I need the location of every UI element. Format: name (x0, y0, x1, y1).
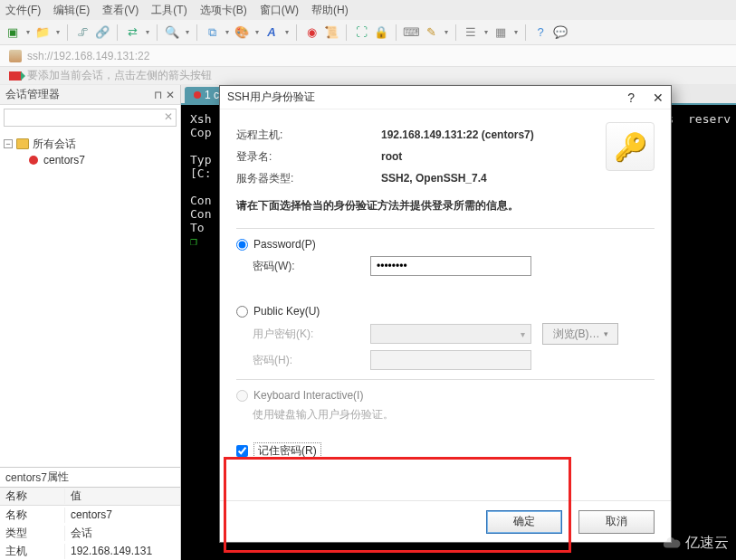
auth-publickey-label: Public Key(U) (253, 305, 320, 318)
properties-session-name: centors7 (5, 471, 47, 484)
highlight-icon[interactable]: ✎ (424, 25, 438, 40)
menu-view[interactable]: 查看(V) (102, 3, 139, 18)
fullscreen-icon[interactable]: ⛶ (354, 25, 368, 40)
passphrase-input (370, 350, 531, 370)
tile-icon[interactable]: ▦ (493, 25, 508, 40)
search-icon[interactable]: 🔍 (165, 25, 179, 40)
palette-icon[interactable]: 🎨 (234, 25, 249, 40)
dialog-help-icon[interactable]: ? (627, 90, 635, 105)
users-key-icon: 🔑 (606, 122, 655, 171)
menu-bar: 文件(F) 编辑(E) 查看(V) 工具(T) 选项卡(B) 窗口(W) 帮助(… (0, 0, 736, 20)
property-key: 主机 (0, 544, 65, 559)
password-input[interactable] (370, 256, 531, 276)
instruction-text: 请在下面选择恰当的身份验证方法并提供登录所需的信息。 (236, 198, 655, 214)
list-icon[interactable]: ☰ (464, 25, 478, 40)
clear-filter-icon[interactable]: ✕ (164, 110, 173, 123)
pin-icon[interactable]: ⊓ (154, 89, 162, 101)
property-value: centors7 (65, 508, 180, 521)
flag-icon (9, 71, 22, 81)
server-type-value: SSH2, OpenSSH_7.4 (381, 172, 487, 185)
lock-icon[interactable]: 🔒 (374, 25, 388, 40)
chat-icon[interactable]: 💬 (553, 25, 568, 40)
dialog-title: SSH用户身份验证 (227, 90, 315, 105)
toolbar: ▣▾ 📁▾ 🖇 🔗 ⇄▾ 🔍▾ ⧉▾ 🎨▾ A▾ ◉ 📜 ⛶ 🔒 ⌨ ✎▾ ☰▾… (0, 20, 736, 45)
session-dot-icon (194, 91, 201, 99)
tree-root-row[interactable]: − 所有会话 (4, 136, 177, 152)
remote-host-value: 192.168.149.131:22 (centors7) (381, 128, 534, 141)
dialog-close-icon[interactable]: ✕ (653, 90, 664, 105)
properties-header: centors7属性 (0, 467, 180, 487)
remote-host-label: 远程主机: (236, 128, 381, 143)
auth-password-label: Password(P) (253, 238, 316, 251)
menu-tabs[interactable]: 选项卡(B) (200, 3, 247, 18)
properties-col-value: 值 (65, 489, 180, 504)
auth-keyboard-label: Keyboard Interactive(I) (253, 389, 363, 402)
tree-item-label: centors7 (43, 154, 85, 166)
record-icon[interactable]: ◉ (304, 25, 319, 40)
property-value: 会话 (65, 526, 180, 541)
tab-label: 1 c (205, 89, 219, 101)
property-key: 名称 (0, 508, 65, 523)
server-type-label: 服务器类型: (236, 171, 381, 186)
properties-col-name: 名称 (0, 489, 65, 504)
link-icon[interactable]: 🖇 (75, 25, 90, 40)
menu-tools[interactable]: 工具(T) (151, 3, 186, 18)
remember-password-label[interactable]: 记住密码(R) (253, 442, 321, 460)
ok-button[interactable]: 确定 (486, 510, 562, 534)
address-bar: ssh://192.168.149.131:22 (0, 45, 736, 67)
chevron-down-icon: ▾ (521, 329, 525, 339)
session-tree: − 所有会话 centors7 (0, 130, 180, 467)
font-icon[interactable]: A (264, 25, 279, 40)
property-row: 主机 192.168.149.131 (0, 542, 180, 560)
remember-password-checkbox[interactable] (236, 445, 248, 457)
script-icon[interactable]: 📜 (324, 25, 339, 40)
userkey-label: 用户密钥(K): (253, 327, 370, 342)
watermark: 亿速云 (662, 533, 729, 553)
reconnect-icon[interactable]: 🔗 (95, 25, 110, 40)
browse-button: 浏览(B)…▾ (542, 323, 618, 345)
left-panel: 会话管理器 ⊓ ✕ ✕ − 所有会话 centors7 centors7属性 (0, 85, 181, 560)
copy-icon[interactable]: ⧉ (205, 25, 219, 40)
terminal-right-text: s reserv (667, 112, 731, 126)
folder-icon (16, 138, 29, 149)
session-dot-icon (29, 156, 38, 165)
property-value: 192.168.149.131 (65, 545, 180, 557)
menu-window[interactable]: 窗口(W) (260, 3, 299, 18)
property-row: 类型 会话 (0, 524, 180, 542)
passphrase-label: 密码(H): (253, 353, 370, 368)
property-row: 名称 centors7 (0, 506, 180, 524)
keyboard-icon[interactable]: ⌨ (404, 25, 418, 40)
divider (236, 228, 655, 229)
menu-file[interactable]: 文件(F) (5, 3, 41, 18)
collapse-icon[interactable]: − (4, 139, 13, 148)
dialog-titlebar: SSH用户身份验证 ? ✕ (220, 86, 671, 109)
help-icon[interactable]: ? (533, 25, 548, 40)
properties-table: 名称 值 名称 centors7 类型 会话 主机 192.168.149.13… (0, 487, 180, 560)
close-panel-icon[interactable]: ✕ (166, 89, 175, 101)
menu-help[interactable]: 帮助(H) (311, 3, 349, 18)
menu-edit[interactable]: 编辑(E) (53, 3, 90, 18)
userkey-select: ▾ (370, 324, 531, 344)
divider (236, 379, 655, 380)
login-label: 登录名: (236, 149, 381, 165)
new-session-icon[interactable]: ▣ (5, 25, 20, 40)
open-icon[interactable]: 📁 (35, 25, 50, 40)
session-manager-header: 会话管理器 ⊓ ✕ (0, 85, 180, 105)
hint-text: 要添加当前会话，点击左侧的箭头按钮 (27, 68, 212, 83)
padlock-icon (9, 50, 22, 62)
property-key: 类型 (0, 526, 65, 541)
session-filter-input[interactable]: ✕ (4, 109, 177, 127)
auth-password-radio[interactable] (236, 239, 248, 251)
password-field-label: 密码(W): (253, 259, 370, 274)
auth-publickey-radio[interactable] (236, 306, 248, 318)
keyboard-desc: 使用键盘输入用户身份验证。 (253, 407, 394, 422)
address-text[interactable]: ssh://192.168.149.131:22 (27, 50, 149, 62)
watermark-text: 亿速云 (685, 534, 729, 553)
auth-keyboard-radio (236, 390, 248, 402)
ssh-auth-dialog: SSH用户身份验证 ? ✕ 🔑 远程主机: 192.168.149.131:22… (219, 85, 672, 543)
tree-item[interactable]: centors7 (4, 152, 177, 168)
session-manager-title: 会话管理器 (5, 87, 60, 102)
cancel-button[interactable]: 取消 (578, 510, 655, 534)
cloud-icon (662, 533, 682, 553)
transfer-icon[interactable]: ⇄ (125, 25, 139, 40)
